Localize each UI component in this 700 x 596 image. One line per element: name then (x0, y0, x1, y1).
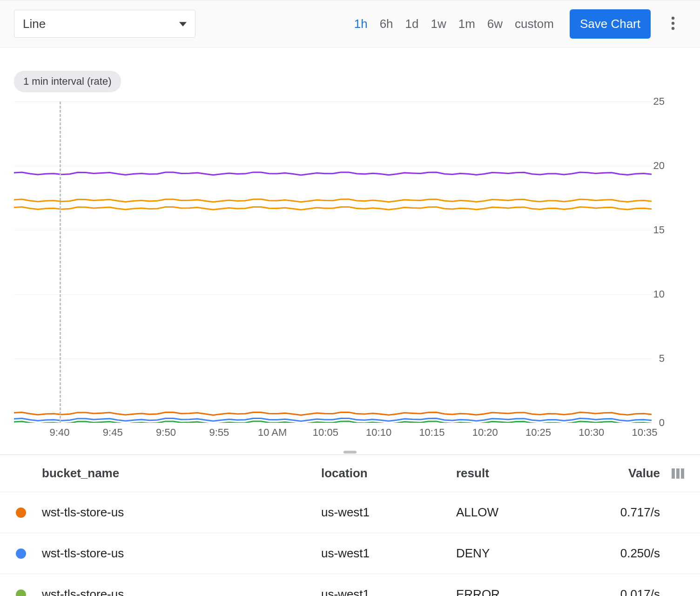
chart-type-label: Line (23, 17, 46, 31)
save-chart-button[interactable]: Save Chart (570, 9, 651, 39)
cell-bucket: wst-tls-store-us (42, 587, 321, 596)
x-tick-label: 9:50 (156, 427, 176, 439)
chart-area: 1 min interval (rate) 0510152025 9:409:4… (0, 47, 700, 455)
y-tick-label: 5 (659, 352, 665, 365)
header-bucket[interactable]: bucket_name (42, 466, 321, 481)
legend-row[interactable]: wst-tls-store-usus-west1ERROR0.017/s (0, 574, 700, 596)
range-1d[interactable]: 1d (401, 13, 424, 35)
svg-point-0 (672, 16, 674, 19)
cell-location: us-west1 (321, 587, 456, 596)
more-options-button[interactable] (660, 11, 686, 37)
columns-icon (670, 468, 684, 479)
time-cursor[interactable] (60, 102, 61, 423)
range-6h[interactable]: 6h (375, 13, 398, 35)
y-tick-label: 15 (653, 224, 665, 236)
more-vert-icon (671, 16, 675, 32)
x-tick-label: 10 AM (258, 427, 287, 439)
x-tick-label: 10:30 (579, 427, 604, 439)
series-line[interactable] (14, 199, 652, 202)
cell-location: us-west1 (321, 505, 456, 520)
cell-value: 0.717/s (586, 505, 666, 520)
legend-row[interactable]: wst-tls-store-usus-west1ALLOW0.717/s (0, 492, 700, 533)
x-tick-label: 10:20 (472, 427, 498, 439)
series-svg (14, 102, 652, 423)
series-line[interactable] (14, 172, 652, 175)
range-6w[interactable]: 6w (483, 13, 507, 35)
y-tick-label: 25 (653, 95, 665, 108)
legend-header-row: bucket_name location result Value (0, 455, 700, 492)
cell-value: 0.250/s (586, 546, 666, 561)
header-result[interactable]: result (456, 466, 586, 481)
resize-handle[interactable] (343, 451, 357, 454)
series-line[interactable] (14, 412, 652, 415)
range-custom[interactable]: custom (510, 13, 559, 35)
column-settings-button[interactable] (666, 468, 684, 479)
series-color-dot (16, 508, 26, 518)
cell-result: ERROR (456, 587, 586, 596)
x-tick-label: 10:05 (313, 427, 338, 439)
svg-point-2 (672, 27, 674, 29)
x-tick-label: 9:45 (103, 427, 123, 439)
x-tick-label: 10:10 (366, 427, 391, 439)
series-line[interactable] (14, 418, 652, 421)
y-tick-label: 20 (653, 160, 665, 172)
cell-value: 0.017/s (586, 587, 666, 596)
y-tick-label: 10 (653, 288, 665, 300)
x-tick-label: 10:15 (419, 427, 444, 439)
header-location[interactable]: location (321, 466, 456, 481)
dropdown-icon (179, 17, 187, 31)
cell-result: DENY (456, 546, 586, 561)
chart-plot[interactable]: 0510152025 (14, 102, 665, 423)
chart-type-select[interactable]: Line (14, 10, 195, 38)
series-color-dot (16, 549, 26, 559)
cell-result: ALLOW (456, 505, 586, 520)
series-line[interactable] (14, 207, 652, 210)
x-axis: 9:409:459:509:5510 AM10:0510:1010:1510:2… (14, 423, 665, 446)
range-1m[interactable]: 1m (454, 13, 480, 35)
x-tick-label: 10:25 (525, 427, 551, 439)
series-color-dot (16, 589, 26, 596)
header-value[interactable]: Value (586, 466, 666, 481)
range-1h[interactable]: 1h (350, 13, 372, 35)
cell-bucket: wst-tls-store-us (42, 546, 321, 561)
legend-table: bucket_name location result Value wst-tl… (0, 455, 700, 596)
interval-badge: 1 min interval (rate) (14, 71, 121, 92)
x-tick-label: 9:40 (50, 427, 70, 439)
range-1w[interactable]: 1w (426, 13, 451, 35)
svg-point-1 (672, 21, 674, 24)
x-tick-label: 10:35 (632, 427, 657, 439)
toolbar: Line 1h 6h 1d 1w 1m 6w custom Save Chart (0, 0, 700, 47)
legend-row[interactable]: wst-tls-store-usus-west1DENY0.250/s (0, 533, 700, 574)
cell-bucket: wst-tls-store-us (42, 505, 321, 520)
time-range-group: 1h 6h 1d 1w 1m 6w custom (350, 13, 559, 35)
cell-location: us-west1 (321, 546, 456, 561)
x-tick-label: 9:55 (209, 427, 229, 439)
